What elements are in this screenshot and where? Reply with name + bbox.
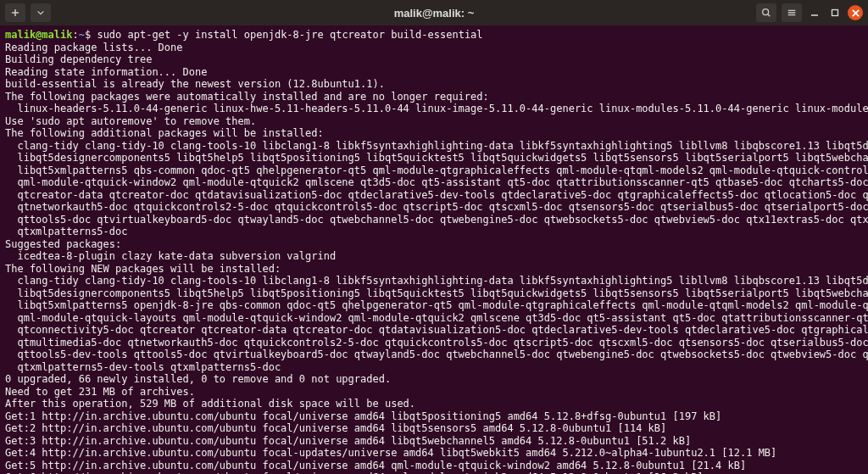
output-line: Get:3 http://in.archive.ubuntu.com/ubunt…	[5, 435, 863, 448]
maximize-button[interactable]	[827, 5, 843, 20]
new-tab-button[interactable]	[5, 3, 25, 22]
output-line: build-essential is already the newest ve…	[5, 78, 863, 91]
prompt-user-host: malik@malik	[5, 29, 72, 41]
output-line: clang-tidy clang-tidy-10 clang-tools-10 …	[5, 140, 863, 153]
svg-point-0	[763, 9, 769, 15]
output-line: Get:4 http://in.archive.ubuntu.com/ubunt…	[5, 447, 863, 460]
output-line: qml-module-qtquick-layouts qml-module-qt…	[5, 312, 863, 325]
output-line: linux-headers-5.11.0-44-generic linux-hw…	[5, 103, 863, 115]
output-line: qtmultimedia5-doc qtnetworkauth5-doc qtq…	[5, 337, 863, 349]
output-line: clang-tidy clang-tidy-10 clang-tools-10 …	[5, 275, 863, 287]
output-line: qml-module-qtquick-window2 qml-module-qt…	[5, 176, 863, 189]
titlebar-left-controls	[5, 3, 51, 22]
output-line: libqt5xmlpatterns5 openjdk-8-jre qbs-com…	[5, 299, 863, 312]
command-text: sudo apt-get -y install openjdk-8-jre qt…	[97, 29, 482, 41]
output-line: qtnetworkauth5-doc qtquickcontrols2-5-do…	[5, 201, 863, 214]
output-line: The following packages were automaticall…	[5, 91, 863, 103]
output-line: qttools5-doc qtvirtualkeyboard5-doc qtwa…	[5, 214, 863, 226]
output-line: qtconnectivity5-doc qtcreator qtcreator-…	[5, 324, 863, 337]
search-button[interactable]	[756, 3, 776, 22]
output-line: The following additional packages will b…	[5, 127, 863, 140]
prompt-line: malik@malik:~$ sudo apt-get -y install o…	[5, 29, 863, 42]
close-button[interactable]	[848, 5, 863, 20]
output-line: qttools5-dev-tools qttools5-doc qtvirtua…	[5, 349, 863, 361]
terminal-output-area[interactable]: malik@malik:~$ sudo apt-get -y install o…	[0, 25, 868, 474]
output-line: libqt5designercomponents5 libqt5help5 li…	[5, 152, 863, 165]
output-line: After this operation, 529 MB of addition…	[5, 398, 863, 410]
titlebar: malik@malik: ~	[0, 0, 868, 25]
output-line: libqt5designercomponents5 libqt5help5 li…	[5, 287, 863, 300]
titlebar-right-controls	[756, 3, 863, 22]
tab-dropdown-button[interactable]	[31, 3, 51, 22]
terminal-window: malik@malik: ~ malik@malik:~$ sudo apt-g…	[0, 0, 868, 474]
output-line: qtxmlpatterns5-dev-tools qtxmlpatterns5-…	[5, 361, 863, 374]
minimize-button[interactable]	[807, 5, 822, 20]
prompt-path: ~	[79, 29, 85, 41]
output-line: Building dependency tree	[5, 53, 863, 66]
prompt-symbol: $	[85, 29, 97, 41]
output-line: The following NEW packages will be insta…	[5, 263, 863, 276]
output-line: Reading package lists... Done	[5, 42, 863, 54]
output-line: Reading state information... Done	[5, 66, 863, 79]
output-line: Need to get 231 MB of archives.	[5, 386, 863, 399]
output-line: 0 upgraded, 66 newly installed, 0 to rem…	[5, 373, 863, 386]
window-title: malik@malik: ~	[0, 7, 868, 20]
output-line: Suggested packages:	[5, 238, 863, 251]
menu-button[interactable]	[782, 3, 802, 22]
output-line: libqt5xmlpatterns5 qbs-common qdoc-qt5 q…	[5, 165, 863, 177]
output-line: Use 'sudo apt autoremove' to remove them…	[5, 115, 863, 128]
output-line: icedtea-8-plugin clazy kate-data subvers…	[5, 250, 863, 263]
svg-rect-1	[832, 10, 838, 16]
prompt-sep: :	[72, 29, 78, 41]
output-line: qtxmlpatterns5-doc	[5, 226, 863, 238]
output-line: Get:2 http://in.archive.ubuntu.com/ubunt…	[5, 422, 863, 435]
output-line: qtcreator-data qtcreator-doc qtdatavisua…	[5, 189, 863, 202]
output-line: Get:1 http://in.archive.ubuntu.com/ubunt…	[5, 410, 863, 423]
output-line: Get:5 http://in.archive.ubuntu.com/ubunt…	[5, 460, 863, 472]
